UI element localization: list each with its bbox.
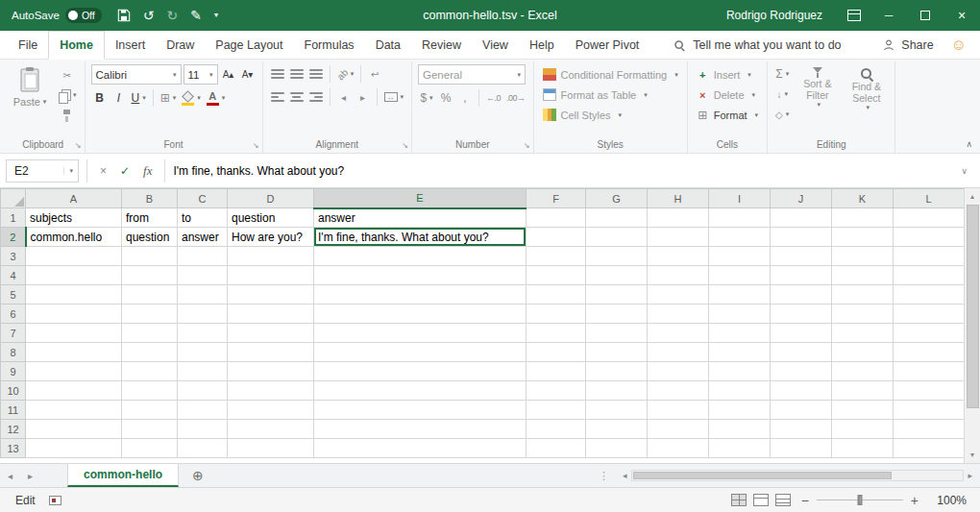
cell-G8[interactable] <box>586 343 648 362</box>
tab-file[interactable]: File <box>8 31 48 59</box>
cell-C1[interactable]: to <box>178 208 228 228</box>
borders-button[interactable]: ⊞▾ <box>159 88 179 108</box>
cell-G6[interactable] <box>586 305 648 324</box>
copy-button[interactable]: ▾ <box>56 85 79 105</box>
font-color-button[interactable]: A▾ <box>205 88 228 108</box>
cell-F4[interactable] <box>527 266 586 285</box>
cell-C4[interactable] <box>178 266 228 285</box>
cell-C11[interactable] <box>178 401 228 420</box>
cell-E4[interactable] <box>314 266 527 285</box>
cell-B11[interactable] <box>122 401 178 420</box>
cell-F6[interactable] <box>527 305 586 324</box>
row-header-13[interactable]: 13 <box>1 439 26 458</box>
undo-button[interactable]: ↺ <box>143 9 155 22</box>
cell-E12[interactable] <box>314 420 527 439</box>
sheet-prev-button[interactable]: ◂ <box>0 464 20 487</box>
cell-H3[interactable] <box>648 247 709 266</box>
cell-D8[interactable] <box>228 343 314 362</box>
scroll-left-button[interactable]: ◂ <box>619 471 631 480</box>
orientation-button[interactable]: ab▾ <box>335 64 356 84</box>
cell-D11[interactable] <box>228 401 314 420</box>
customize-qat-button[interactable]: ▾ <box>214 12 218 19</box>
save-button[interactable] <box>117 9 131 22</box>
cell-F9[interactable] <box>527 362 586 381</box>
increase-font-size-button[interactable]: A▴ <box>220 65 237 85</box>
cell-A7[interactable] <box>26 324 122 343</box>
cell-F11[interactable] <box>527 401 586 420</box>
cell-H1[interactable] <box>648 208 709 228</box>
cell-F8[interactable] <box>527 343 586 362</box>
comma-style-button[interactable]: , <box>456 88 474 108</box>
cell-K10[interactable] <box>832 381 894 401</box>
cell-F7[interactable] <box>527 324 586 343</box>
cell-A12[interactable] <box>26 420 122 439</box>
sheetbar-splitter[interactable]: ⋮ <box>593 464 615 487</box>
cell-K11[interactable] <box>832 401 894 420</box>
column-header-L[interactable]: L <box>894 189 965 208</box>
cell-D12[interactable] <box>228 420 314 439</box>
cell-A13[interactable] <box>26 439 122 458</box>
cell-L4[interactable] <box>894 266 965 285</box>
row-header-10[interactable]: 10 <box>1 381 26 401</box>
cell-J13[interactable] <box>771 439 832 458</box>
cell-J3[interactable] <box>771 247 832 266</box>
column-header-F[interactable]: F <box>527 189 586 208</box>
sort-filter-button[interactable]: Sort & Filter ▾ <box>795 64 840 136</box>
cell-D1[interactable]: question <box>228 208 314 228</box>
cell-J12[interactable] <box>771 420 832 439</box>
cell-K2[interactable] <box>832 228 894 247</box>
cell-I3[interactable] <box>709 247 771 266</box>
row-header-7[interactable]: 7 <box>1 324 26 343</box>
cell-L8[interactable] <box>894 343 965 362</box>
zoom-in-button[interactable]: + <box>907 493 922 508</box>
normal-view-button[interactable] <box>731 494 747 506</box>
row-header-1[interactable]: 1 <box>1 208 26 228</box>
cell-B4[interactable] <box>122 266 178 285</box>
align-right-button[interactable] <box>307 87 325 107</box>
cell-J4[interactable] <box>771 266 832 285</box>
horizontal-scrollbar[interactable]: ◂ ▸ <box>615 464 980 487</box>
cell-H13[interactable] <box>648 439 709 458</box>
cell-L2[interactable] <box>894 228 965 247</box>
cell-styles-button[interactable]: Cell Styles ▾ <box>540 105 681 125</box>
cell-A10[interactable] <box>26 381 122 401</box>
cell-D6[interactable] <box>228 305 314 324</box>
cell-B9[interactable] <box>122 362 178 381</box>
insert-function-button[interactable]: fx <box>138 163 157 179</box>
cell-I10[interactable] <box>709 381 771 401</box>
maximize-button[interactable] <box>907 0 943 31</box>
cell-D3[interactable] <box>228 247 314 266</box>
number-format-select[interactable]: General▾ <box>418 64 526 85</box>
tab-page-layout[interactable]: Page Layout <box>205 31 293 59</box>
name-box[interactable]: E2 ▾ <box>6 159 79 183</box>
cell-H9[interactable] <box>648 362 709 381</box>
ribbon-display-options-button[interactable] <box>838 0 870 31</box>
fill-button[interactable]: ↓▾ <box>773 85 791 104</box>
scroll-right-button[interactable]: ▸ <box>964 471 976 480</box>
tab-draw[interactable]: Draw <box>156 31 205 59</box>
cell-J10[interactable] <box>771 381 832 401</box>
row-header-11[interactable]: 11 <box>1 401 26 420</box>
cell-E10[interactable] <box>314 381 527 401</box>
number-dialog-launcher[interactable]: ↘ <box>524 142 530 150</box>
clear-button[interactable]: ◇▾ <box>773 105 791 124</box>
cell-C5[interactable] <box>178 285 228 305</box>
cell-C6[interactable] <box>178 305 228 324</box>
cell-J2[interactable] <box>771 228 832 247</box>
formula-input[interactable] <box>173 158 950 183</box>
cell-L9[interactable] <box>894 362 965 381</box>
cell-A9[interactable] <box>26 362 122 381</box>
font-dialog-launcher[interactable]: ↘ <box>253 142 259 150</box>
cell-D7[interactable] <box>228 324 314 343</box>
cell-J8[interactable] <box>771 343 832 362</box>
cell-D2[interactable]: How are you? <box>228 228 314 247</box>
minimize-button[interactable]: ─ <box>870 0 907 31</box>
cell-F2[interactable] <box>527 228 586 247</box>
increase-indent-button[interactable]: ▸ <box>355 87 372 107</box>
cell-K9[interactable] <box>832 362 894 381</box>
cell-B5[interactable] <box>122 285 178 305</box>
row-header-12[interactable]: 12 <box>1 420 26 439</box>
scroll-up-button[interactable]: ▴ <box>965 188 980 205</box>
cell-J11[interactable] <box>771 401 832 420</box>
cell-J9[interactable] <box>771 362 832 381</box>
